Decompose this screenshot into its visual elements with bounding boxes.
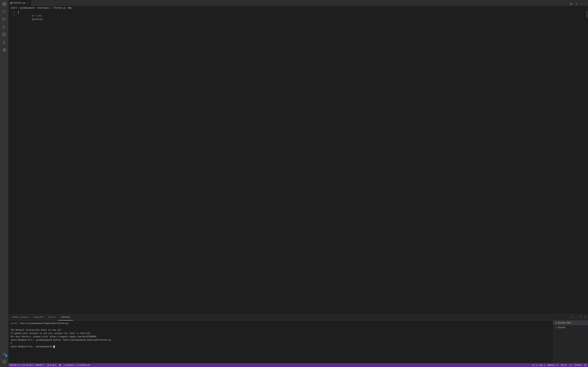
run-debug-icon[interactable] [2,25,7,29]
extensions-icon[interactable] [2,32,7,37]
svg-point-6 [3,18,4,19]
svg-point-10 [3,28,3,29]
code-token-var-a: a [40,18,42,21]
code-token-closeparen: ) [42,18,43,21]
svg-rect-0 [3,2,4,4]
python-file-icon [10,2,12,4]
code-token-print: print [32,18,39,21]
breadcrumb-downloads[interactable]: Downloads [38,7,49,9]
breadcrumb-sep-2: > [36,7,37,9]
breadcrumb-users[interactable]: Users [11,7,17,9]
python-tab[interactable]: Python.py × [9,0,32,6]
line-number-2: 2 [9,14,15,18]
editor-area[interactable]: 1 2 a = 1+2 print(a) [9,10,294,184]
tab-label: Python.py [13,1,26,4]
code-token-openparen: ( [39,18,40,21]
explorer-icon[interactable] [2,1,7,6]
activity-bar: 1 [0,0,9,184]
source-control-icon[interactable] [2,17,7,22]
breadcrumb-symbol-icon: ⬟ [69,7,70,9]
flask-icon[interactable] [2,40,7,45]
breadcrumb-file-icon: ⟨⟩ [52,7,54,9]
code-content[interactable]: a = 1+2 print(a) [17,10,294,184]
svg-rect-3 [4,4,6,5]
svg-rect-13 [3,35,4,36]
breadcrumb-sep-1: > [18,7,19,9]
line-number-1: 1 [9,11,15,14]
svg-rect-12 [5,33,6,34]
svg-rect-11 [3,33,4,34]
editor-panel-container: 1 2 a = 1+2 print(a) DEBUG CONSOLE [9,10,294,184]
tab-close-button[interactable]: × [26,1,29,5]
breadcrumb-sep-4: > [67,7,68,9]
line-numbers: 1 2 [9,10,17,184]
breadcrumb-pythonpy[interactable]: ⟨⟩Python.py [52,7,66,9]
svg-line-5 [5,12,6,13]
code-line-2: print(a) [18,14,294,18]
svg-point-7 [3,20,4,21]
svg-marker-9 [3,25,5,28]
breadcrumb-symbol-a[interactable]: ⬟a [69,7,72,9]
code-line-1: a = 1+2 [18,11,294,14]
tab-bar: Python.py × ▶ ⊡ ··· [9,0,294,6]
search-icon[interactable] [2,9,7,14]
svg-rect-2 [3,4,4,5]
github-icon[interactable] [2,48,7,52]
svg-rect-1 [4,2,6,4]
breadcrumb-jackbeaumont[interactable]: jackbeaumont [20,7,35,9]
breadcrumb-sep-3: > [50,7,51,9]
main-content: Python.py × ▶ ⊡ ··· Users > jackbeaumont… [9,0,294,184]
breadcrumb: Users > jackbeaumont > Downloads > ⟨⟩Pyt… [9,6,294,10]
svg-point-4 [3,10,5,13]
